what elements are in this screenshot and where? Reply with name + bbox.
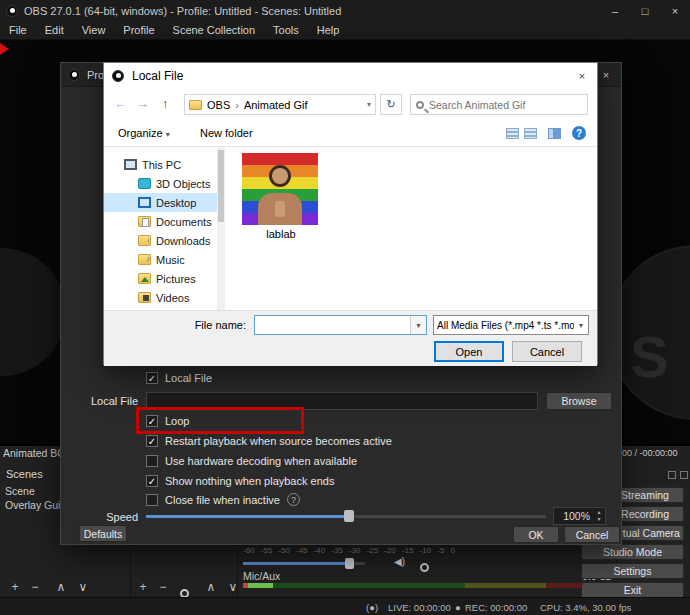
window-title: OBS 27.0.1 (64-bit, windows) - Profile: … — [24, 5, 341, 17]
add-scene-button[interactable]: + — [6, 580, 24, 594]
details-view-icon[interactable] — [524, 128, 537, 139]
menu-tools[interactable]: Tools — [264, 24, 308, 36]
back-icon[interactable]: ← — [114, 96, 127, 111]
tree-scrollbar[interactable] — [217, 147, 225, 310]
file-cancel-button[interactable]: Cancel — [512, 341, 582, 362]
rec-indicator-icon: ● — [455, 602, 461, 613]
show-nothing-checkbox[interactable]: ✓ Show nothing when playback ends — [146, 475, 334, 487]
menu-scene-collection[interactable]: Scene Collection — [164, 24, 265, 36]
breadcrumb-root[interactable]: OBS — [207, 99, 230, 111]
file-item-lablab[interactable]: lablab — [242, 153, 320, 240]
filter-dropdown-icon[interactable]: ▾ — [574, 321, 588, 330]
tree-item-pictures[interactable]: Pictures — [104, 269, 222, 288]
file-dialog-title: Local File — [132, 69, 183, 83]
annotation-highlight-loop — [136, 407, 304, 434]
spin-down-icon[interactable]: ▾ — [597, 516, 600, 523]
tree-item-3d-objects[interactable]: 3D Objects — [104, 174, 222, 193]
tree-item-music[interactable]: Music — [104, 250, 222, 269]
mixer-gear-icon[interactable] — [420, 558, 429, 576]
ok-button[interactable]: OK — [513, 526, 559, 543]
preview-pane-icon[interactable] — [548, 128, 561, 139]
file-name-combobox[interactable]: ▾ — [254, 315, 427, 335]
file-dialog: Local File × ← → ↑ OBS › Animated Gif ▾ … — [103, 62, 598, 365]
status-bar: (●) LIVE: 00:00:00 ● REC: 00:00:00 CPU: … — [0, 597, 690, 615]
media-time: 00 / -00:00:00 — [622, 448, 678, 458]
minimize-button[interactable]: – — [600, 0, 630, 21]
organize-button[interactable]: Organize ▾ — [118, 127, 170, 139]
maximize-button[interactable]: □ — [630, 0, 660, 21]
hardware-decoding-checkbox[interactable]: Use hardware decoding when available — [146, 455, 357, 467]
up-icon[interactable]: ↑ — [162, 96, 169, 111]
file-thumbnail-image — [242, 153, 318, 225]
refresh-button[interactable]: ↻ — [380, 94, 402, 115]
file-name-row: File name: ▾ All Media Files (*.mp4 *.ts… — [104, 310, 597, 337]
this-pc-icon — [124, 159, 137, 170]
scenes-dock-header: Scenes — [6, 468, 43, 480]
dock-close-icon[interactable] — [680, 471, 688, 479]
mixer-db-scale: -60-55-50-45-40-35-30-25-20-15-10-50 — [243, 546, 455, 555]
browse-button[interactable]: Browse — [546, 392, 612, 410]
add-source-button[interactable]: + — [134, 580, 152, 594]
file-name-input[interactable] — [255, 316, 410, 334]
search-input[interactable] — [429, 99, 582, 111]
menu-view[interactable]: View — [73, 24, 115, 36]
menu-help[interactable]: Help — [308, 24, 349, 36]
source-down-button[interactable]: ∨ — [224, 580, 242, 594]
tree-scrollbar-thumb[interactable] — [218, 150, 224, 222]
volume-slider-handle[interactable] — [345, 558, 354, 569]
obs-logo-icon — [112, 70, 124, 82]
scene-down-button[interactable]: ∨ — [74, 580, 92, 594]
close-button[interactable]: × — [660, 0, 690, 21]
file-type-filter[interactable]: All Media Files (*.mp4 *.ts *.mo ▾ — [433, 315, 589, 335]
scene-up-button[interactable]: ∧ — [52, 580, 70, 594]
speed-slider-handle[interactable] — [344, 510, 354, 522]
obs-logo-icon — [6, 5, 18, 17]
close-file-inactive-checkbox[interactable]: Close file when inactive ? — [146, 493, 300, 506]
scene-shape-circle-left — [0, 248, 66, 376]
forward-icon[interactable]: → — [136, 96, 149, 111]
combobox-dropdown-icon[interactable]: ▾ — [410, 316, 426, 334]
source-up-button[interactable]: ∧ — [202, 580, 220, 594]
breadcrumb-dropdown-icon[interactable]: ▾ — [367, 100, 371, 109]
tree-item-this-pc[interactable]: This PC — [104, 155, 222, 174]
breadcrumb-current[interactable]: Animated Gif — [244, 99, 308, 111]
refresh-icon: ↻ — [386, 98, 395, 111]
local-file-checkbox[interactable]: ✓ Local File — [146, 372, 212, 384]
menu-edit[interactable]: Edit — [36, 24, 73, 36]
checkbox-mark — [146, 455, 158, 467]
tree-item-documents[interactable]: Documents — [104, 212, 222, 231]
restart-playback-checkbox[interactable]: ✓ Restart playback when source becomes a… — [146, 435, 392, 447]
remove-scene-button[interactable]: − — [26, 580, 44, 594]
breadcrumb-separator-icon: › — [235, 99, 239, 111]
open-button[interactable]: Open — [434, 341, 504, 362]
defaults-button[interactable]: Defaults — [79, 525, 127, 542]
remove-source-button[interactable]: − — [154, 580, 172, 594]
settings-button[interactable]: Settings — [581, 563, 684, 579]
downloads-icon — [138, 235, 151, 246]
dock-popout-icon[interactable] — [668, 471, 676, 479]
breadcrumb[interactable]: OBS › Animated Gif ▾ — [184, 94, 376, 115]
search-box[interactable] — [410, 94, 588, 115]
desktop-icon — [138, 197, 151, 208]
menu-file[interactable]: File — [0, 24, 36, 36]
tree-item-downloads[interactable]: Downloads — [104, 231, 222, 250]
list-view-icon[interactable] — [506, 128, 519, 139]
local-file-field-label: Local File — [61, 395, 138, 407]
file-dialog-close-button[interactable]: × — [567, 66, 597, 87]
exit-button[interactable]: Exit — [581, 582, 684, 598]
spin-up-icon[interactable]: ▴ — [597, 509, 600, 516]
speaker-icon[interactable]: ◀) — [394, 556, 405, 567]
file-name-caption: lablab — [242, 228, 320, 240]
menu-profile[interactable]: Profile — [114, 24, 163, 36]
studio-mode-button[interactable]: Studio Mode — [581, 544, 684, 560]
tree-item-videos[interactable]: Videos — [104, 288, 222, 307]
obs-main-window: OBS 27.0.1 (64-bit, windows) - Profile: … — [0, 0, 690, 615]
tree-item-desktop-selected[interactable]: Desktop — [104, 193, 222, 212]
checkbox-mark — [146, 494, 158, 506]
cancel-button[interactable]: Cancel — [564, 526, 620, 543]
organize-dropdown-icon: ▾ — [166, 130, 170, 139]
new-folder-button[interactable]: New folder — [200, 127, 253, 139]
speed-spinbox[interactable]: 100% ▴ ▾ — [553, 507, 606, 525]
live-indicator-icon: (●) — [366, 602, 378, 613]
help-icon[interactable]: ? — [572, 126, 586, 140]
